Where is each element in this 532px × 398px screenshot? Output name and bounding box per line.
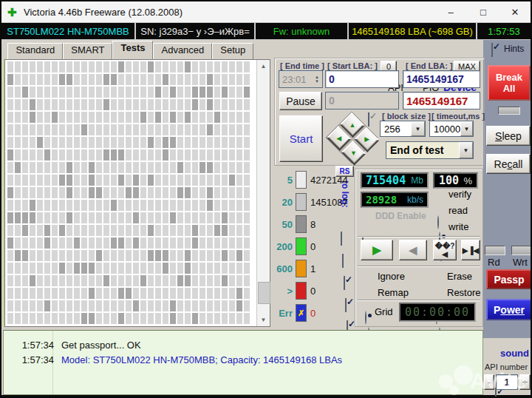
close-button[interactable]: ✕ (499, 1, 531, 22)
tab-setup[interactable]: Setup (212, 43, 253, 59)
scan-block (111, 162, 117, 173)
play-button[interactable]: ▶ (361, 240, 393, 260)
grid-scrollbar[interactable]: ▲ ▼ (256, 60, 270, 326)
verify-radio[interactable] (437, 215, 439, 229)
scan-block (244, 99, 250, 110)
scan-block (15, 175, 21, 186)
scan-end-button[interactable]: ▶▐◀ (461, 240, 480, 260)
scroll-up-icon[interactable]: ▲ (257, 60, 270, 72)
scan-block (15, 149, 21, 161)
scan-block (37, 200, 43, 211)
log-panel[interactable]: 1:57:34Get passport... OK1:57:34Model: S… (3, 330, 483, 395)
end-lba-input[interactable]: 1465149167 (403, 70, 480, 88)
tab-advanced[interactable]: Advanced (153, 43, 212, 59)
sleep-button[interactable]: Sleep (486, 126, 531, 146)
scan-block (118, 250, 124, 261)
dropdown-arrow-icon[interactable]: ▼ (459, 142, 473, 158)
tab-standard[interactable]: Standard (7, 43, 63, 59)
tab-smart[interactable]: SMART (63, 43, 112, 59)
scan-block (118, 74, 124, 85)
counter-row: 6001 (275, 259, 353, 278)
scan-block (96, 87, 102, 98)
rd-led (485, 246, 505, 255)
end-time-spinner[interactable]: 23:01 ▲ ▼ (279, 70, 323, 88)
scrollbar-thumb[interactable] (258, 282, 270, 304)
scan-block (52, 263, 58, 274)
window-bottom-edge (1, 395, 531, 398)
scan-block (214, 112, 220, 123)
scan-block (148, 74, 154, 85)
scan-block (207, 99, 213, 110)
rewind-button[interactable]: ◀ (399, 240, 427, 260)
passp-button[interactable]: Passp (486, 269, 532, 289)
scan-block (148, 288, 154, 299)
scan-block (214, 263, 220, 274)
scan-block (7, 200, 13, 211)
drive-serial: SN: j329a3− y ›Э–иЖрв= (136, 23, 254, 39)
hints-checkbox[interactable] (491, 43, 493, 57)
tab-tests[interactable]: Tests (112, 41, 153, 59)
scan-block (15, 275, 21, 286)
scan-question-button[interactable]: ��?◀ (433, 240, 457, 260)
scan-block (200, 237, 205, 249)
maximize-button[interactable]: □ (467, 1, 499, 22)
scan-block (148, 87, 154, 98)
scan-block (66, 225, 72, 236)
end-action-dropdown[interactable]: End of test ▼ (386, 141, 474, 159)
scan-block (7, 250, 13, 261)
scan-block (170, 61, 176, 72)
scan-block (111, 99, 117, 110)
block-size-dropdown[interactable]: 256 ▼ (380, 121, 426, 137)
scan-block (170, 237, 176, 249)
scan-block (81, 250, 87, 261)
scan-block (111, 200, 117, 211)
scan-block (163, 74, 168, 85)
scan-block (200, 61, 205, 72)
scan-block (59, 313, 65, 324)
timeout-dropdown[interactable]: 10000 ▼ (429, 121, 474, 137)
scan-block (66, 74, 72, 85)
scan-block (148, 61, 154, 72)
scan-block (66, 200, 72, 211)
scan-block (236, 99, 242, 110)
spinner-down-icon[interactable]: ▼ (315, 79, 319, 84)
minimize-button[interactable]: – (434, 1, 467, 22)
title-bar[interactable]: ✚ Victoria 4.46b Freeware (12.08.2008) –… (1, 1, 531, 22)
scan-block (118, 112, 124, 123)
scan-block (7, 275, 13, 286)
scan-block (37, 137, 43, 148)
scan-block (133, 87, 139, 98)
start-button[interactable]: Start (279, 115, 323, 162)
scan-block (207, 87, 213, 98)
scan-block (126, 162, 132, 173)
scan-block (170, 225, 176, 236)
scan-block (177, 275, 183, 286)
pause-button[interactable]: Pause (279, 92, 322, 110)
break-all-button[interactable]: Break All (488, 65, 531, 101)
ddd-enable-label: DDD Enable (375, 211, 426, 221)
aux-checkbox[interactable] (368, 112, 369, 127)
scan-block (244, 275, 250, 286)
scan-block (222, 74, 228, 85)
scan-block (22, 124, 28, 135)
power-button[interactable]: Power (486, 299, 532, 320)
dropdown-arrow-icon[interactable]: ▼ (460, 121, 473, 136)
scroll-down-icon[interactable]: ▼ (257, 314, 270, 326)
scan-block (22, 74, 28, 85)
scan-block (244, 162, 250, 173)
start-lba-input[interactable]: 0 (325, 70, 399, 88)
scan-block (244, 112, 250, 123)
ignore-radio[interactable] (365, 311, 366, 325)
dropdown-arrow-icon[interactable]: ▼ (411, 121, 425, 136)
scan-block (44, 149, 50, 161)
scan-block (140, 112, 146, 123)
scan-block (37, 275, 43, 286)
scan-block (126, 112, 132, 123)
recall-button[interactable]: Recall (486, 154, 531, 174)
scan-block (44, 212, 50, 223)
scan-block (96, 313, 102, 324)
scan-block (214, 149, 220, 161)
scan-block (59, 200, 65, 211)
scan-block (15, 250, 21, 261)
scan-block (44, 137, 50, 148)
